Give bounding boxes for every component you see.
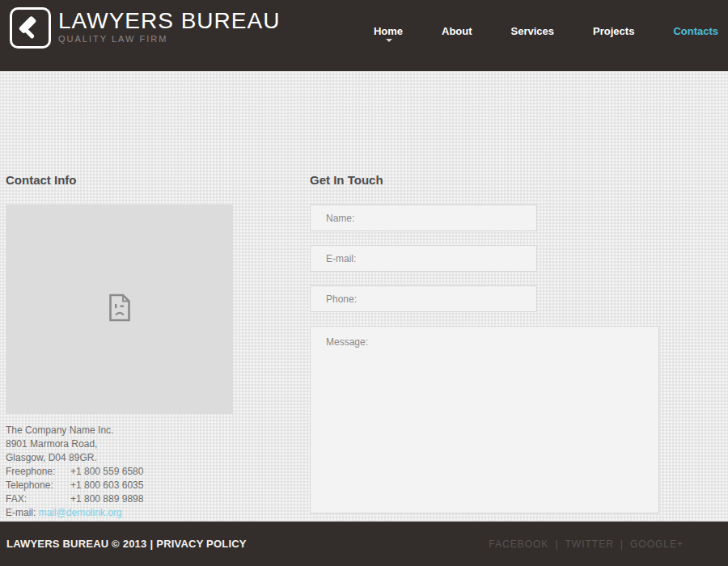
telephone-label: Telephone: [6, 479, 70, 492]
social-separator-2: | [620, 539, 624, 550]
copyright-text: LAWYERS BUREAU © 2013 [6, 538, 146, 550]
logo[interactable]: LAWYERS BUREAU QUALITY LAW FIRM [10, 7, 280, 49]
google-plus-link[interactable]: GOOGLE+ [630, 539, 684, 550]
company-name: The Company Name Inc. [6, 424, 143, 437]
freephone-label: Freephone: [6, 465, 70, 479]
footer: LAWYERS BUREAU © 2013 | PRIVACY POLICY F… [0, 522, 728, 566]
email-link[interactable]: mail@demolink.org [39, 507, 122, 518]
address-line-2: Glasgow, D04 89GR. [6, 451, 143, 465]
address-block: The Company Name Inc. 8901 Marmora Road,… [6, 424, 143, 520]
main-nav: Home About Services Projects Contacts [374, 25, 718, 37]
nav-item-projects[interactable]: Projects [593, 25, 634, 37]
nav-item-contacts[interactable]: Contacts [673, 25, 718, 37]
name-input[interactable] [310, 205, 537, 231]
telephone-row: Telephone:+1 800 603 6035 [6, 479, 143, 492]
chevron-down-icon [386, 39, 392, 42]
email-row: E-mail: mail@demolink.org [6, 506, 143, 520]
phone-input[interactable] [310, 285, 537, 312]
twitter-link[interactable]: TWITTER [565, 539, 614, 550]
message-textarea[interactable] [310, 326, 659, 513]
fax-label: FAX: [6, 492, 70, 506]
logo-text: LAWYERS BUREAU QUALITY LAW FIRM [58, 7, 280, 49]
gavel-icon [10, 7, 51, 49]
header: LAWYERS BUREAU QUALITY LAW FIRM Home Abo… [0, 0, 728, 71]
email-input[interactable] [310, 245, 537, 272]
freephone-row: Freephone:+1 800 559 6580 [6, 465, 143, 479]
telephone-value: +1 800 603 6035 [70, 479, 143, 491]
privacy-policy-link[interactable]: PRIVACY POLICY [156, 538, 246, 550]
contact-info-heading: Contact Info [6, 173, 77, 187]
address-line-1: 8901 Marmora Road, [6, 437, 143, 451]
main-content: Contact Info The Company Name Inc. 8901 … [0, 71, 728, 522]
nav-item-about[interactable]: About [442, 25, 472, 37]
fax-value: +1 800 889 9898 [70, 493, 143, 505]
freephone-value: +1 800 559 6580 [70, 466, 143, 477]
email-label: E-mail: [6, 507, 36, 518]
page: LAWYERS BUREAU QUALITY LAW FIRM Home Abo… [0, 0, 728, 566]
facebook-link[interactable]: FACEBOOK [489, 539, 548, 550]
nav-item-services[interactable]: Services [511, 25, 555, 37]
footer-social-links: FACEBOOK | TWITTER | GOOGLE+ [489, 539, 684, 550]
contact-image-placeholder [6, 205, 233, 414]
social-separator-1: | [555, 539, 558, 550]
site-title: LAWYERS BUREAU [58, 9, 280, 33]
footer-separator: | [150, 538, 153, 550]
footer-copyright-row: LAWYERS BUREAU © 2013 | PRIVACY POLICY [6, 538, 247, 550]
fax-row: FAX:+1 800 889 9898 [6, 492, 143, 506]
nav-item-home[interactable]: Home [374, 25, 403, 37]
get-in-touch-heading: Get In Touch [310, 173, 383, 187]
broken-image-icon [108, 294, 131, 325]
site-tagline: QUALITY LAW FIRM [58, 34, 280, 44]
